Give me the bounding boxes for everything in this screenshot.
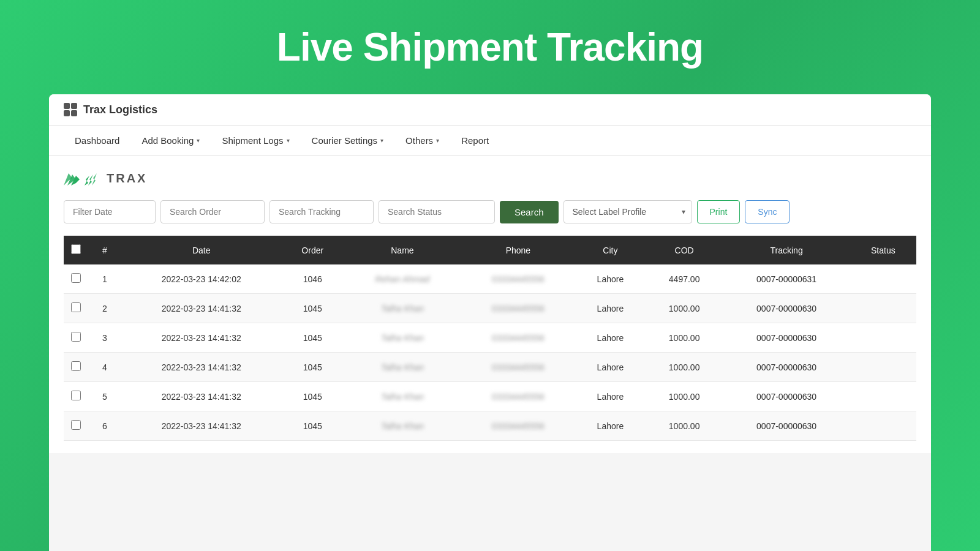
cell-phone: 03334445556 (461, 323, 575, 353)
row-checkbox-cell[interactable] (64, 353, 88, 382)
print-button[interactable]: Print (697, 200, 741, 223)
cell-tracking: 0007-00000630 (723, 353, 850, 382)
search-tracking-input[interactable] (270, 200, 374, 223)
nav-label-dashboard: Dashboard (75, 135, 119, 146)
cell-tracking: 0007-00000630 (723, 411, 850, 441)
trax-logo-svg (64, 168, 100, 188)
row-checkbox[interactable] (71, 273, 81, 283)
shipments-table: # Date Order Name Phone City COD Trackin… (64, 236, 916, 441)
label-profile-select-wrapper[interactable]: Select Label Profile ▾ (564, 200, 692, 223)
cell-num: 1 (88, 264, 121, 294)
cell-date: 2022-03-23 14:41:32 (121, 382, 281, 411)
search-bar: Search Select Label Profile ▾ Print Sync (64, 200, 916, 223)
table-row: 1 2022-03-23 14:42:02 1046 Rehan Ahmad 0… (64, 264, 916, 294)
row-checkbox[interactable] (71, 391, 81, 400)
cell-city: Lahore (575, 323, 646, 353)
cell-num: 5 (88, 382, 121, 411)
nav-label-others: Others (405, 135, 433, 146)
table-row: 6 2022-03-23 14:41:32 1045 Talha Khan 03… (64, 411, 916, 441)
label-profile-select[interactable]: Select Label Profile (573, 207, 683, 217)
nav-item-others[interactable]: Others ▾ (394, 126, 450, 156)
cell-order: 1045 (281, 323, 344, 353)
cell-name: Talha Khan (344, 294, 461, 323)
row-checkbox[interactable] (71, 332, 81, 342)
cell-phone: 03334445556 (461, 264, 575, 294)
cell-city: Lahore (575, 353, 646, 382)
col-header-cod: COD (646, 236, 723, 264)
cell-num: 6 (88, 411, 121, 441)
svg-marker-4 (88, 174, 93, 186)
cell-num: 4 (88, 353, 121, 382)
cell-phone: 03334445556 (461, 382, 575, 411)
svg-marker-5 (92, 173, 97, 186)
row-checkbox-cell[interactable] (64, 264, 88, 294)
cell-city: Lahore (575, 264, 646, 294)
select-all-checkbox-cell[interactable] (64, 236, 88, 264)
cell-order: 1045 (281, 294, 344, 323)
cell-num: 2 (88, 294, 121, 323)
nav-item-courier-settings[interactable]: Courier Settings ▾ (301, 126, 395, 156)
cell-phone: 03334445556 (461, 411, 575, 441)
nav-item-add-booking[interactable]: Add Booking ▾ (130, 126, 211, 156)
search-button[interactable]: Search (500, 201, 559, 223)
cell-order: 1045 (281, 382, 344, 411)
chevron-down-icon: ▾ (436, 137, 439, 144)
chevron-down-icon: ▾ (287, 137, 290, 144)
app-logo-icon (64, 103, 77, 116)
trax-logo-text: TRAX (107, 171, 147, 186)
cell-order: 1046 (281, 264, 344, 294)
search-status-input[interactable] (379, 200, 495, 223)
row-checkbox-cell[interactable] (64, 382, 88, 411)
cell-status (850, 294, 916, 323)
row-checkbox[interactable] (71, 302, 81, 312)
filter-date-input[interactable] (64, 200, 156, 223)
cell-name: Rehan Ahmad (344, 264, 461, 294)
cell-tracking: 0007-00000630 (723, 382, 850, 411)
grid-icon (64, 103, 77, 116)
col-header-num: # (88, 236, 121, 264)
cell-date: 2022-03-23 14:41:32 (121, 411, 281, 441)
row-checkbox[interactable] (71, 361, 81, 371)
cell-status (850, 382, 916, 411)
col-header-name: Name (344, 236, 461, 264)
cell-order: 1045 (281, 411, 344, 441)
sync-button[interactable]: Sync (745, 200, 790, 223)
row-checkbox[interactable] (71, 420, 81, 430)
col-header-city: City (575, 236, 646, 264)
cell-status (850, 353, 916, 382)
svg-marker-3 (85, 176, 89, 186)
cell-phone: 03334445556 (461, 353, 575, 382)
cell-name: Talha Khan (344, 353, 461, 382)
cell-tracking: 0007-00000631 (723, 264, 850, 294)
cell-cod: 1000.00 (646, 382, 723, 411)
table-row: 3 2022-03-23 14:41:32 1045 Talha Khan 03… (64, 323, 916, 353)
row-checkbox-cell[interactable] (64, 294, 88, 323)
cell-cod: 1000.00 (646, 411, 723, 441)
nav-label-report: Report (461, 135, 489, 146)
cell-city: Lahore (575, 294, 646, 323)
cell-name: Talha Khan (344, 411, 461, 441)
nav-bar: Dashboard Add Booking ▾ Shipment Logs ▾ … (49, 126, 931, 156)
search-order-input[interactable] (160, 200, 265, 223)
cell-date: 2022-03-23 14:42:02 (121, 264, 281, 294)
cell-phone: 03334445556 (461, 294, 575, 323)
table-header-row: # Date Order Name Phone City COD Trackin… (64, 236, 916, 264)
cell-name: Talha Khan (344, 323, 461, 353)
cell-date: 2022-03-23 14:41:32 (121, 294, 281, 323)
cell-order: 1045 (281, 353, 344, 382)
cell-tracking: 0007-00000630 (723, 294, 850, 323)
nav-item-report[interactable]: Report (450, 126, 500, 156)
select-all-checkbox[interactable] (71, 244, 81, 254)
col-header-tracking: Tracking (723, 236, 850, 264)
row-checkbox-cell[interactable] (64, 323, 88, 353)
col-header-date: Date (121, 236, 281, 264)
row-checkbox-cell[interactable] (64, 411, 88, 441)
nav-item-shipment-logs[interactable]: Shipment Logs ▾ (211, 126, 300, 156)
cell-status (850, 411, 916, 441)
cell-status (850, 323, 916, 353)
nav-item-dashboard[interactable]: Dashboard (64, 126, 130, 156)
col-header-order: Order (281, 236, 344, 264)
table-row: 2 2022-03-23 14:41:32 1045 Talha Khan 03… (64, 294, 916, 323)
table-row: 4 2022-03-23 14:41:32 1045 Talha Khan 03… (64, 353, 916, 382)
nav-label-courier-settings: Courier Settings (312, 135, 378, 146)
